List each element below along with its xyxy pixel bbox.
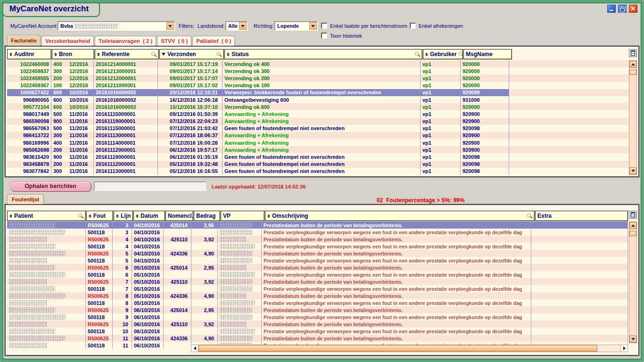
error-row[interactable]: R500625 8 05/10/2016 424336 4,90 Prestat…	[7, 292, 628, 299]
search-icon[interactable]	[527, 214, 532, 219]
column-header-lijn[interactable]: Lijn	[114, 211, 133, 221]
tab-item[interactable]: Facturatie	[7, 35, 41, 46]
column-header-bedrag[interactable]: Bedrag	[194, 211, 220, 221]
column-header-status[interactable]: Status	[224, 49, 422, 59]
message-row[interactable]: 983615420 90011/2016 20161119000001 06/1…	[7, 153, 629, 160]
column-header-nomencl[interactable]: Nomencl.	[165, 211, 193, 221]
tab-item[interactable]: Verzekerbaarheid	[41, 36, 94, 46]
checkbox-toon-historiek[interactable]	[321, 33, 327, 39]
scroll-down-button[interactable]	[629, 167, 636, 174]
cell-patient	[7, 292, 86, 299]
scroll-thumb[interactable]	[629, 70, 636, 75]
message-row[interactable]: 1022459555 20012/2016 20161212000001 09/…	[7, 74, 629, 82]
fetch-input[interactable]	[94, 181, 206, 191]
message-row[interactable]: 1022459837 30012/2016 20161213000001 09/…	[7, 67, 629, 74]
message-row[interactable]: 986567063 50011/2016 20161115000001 07/1…	[7, 125, 629, 132]
error-row[interactable]: R500625 6 05/10/2016 425014 2,95 Prestat…	[7, 264, 628, 271]
search-icon[interactable]	[216, 52, 222, 57]
column-header-fout[interactable]: Fout	[86, 211, 113, 221]
errors-horizontal-scrollbar[interactable]	[191, 345, 628, 352]
error-row[interactable]: 500118 7 05/10/2016 Prestatie verpleegku…	[7, 285, 628, 292]
column-header-gebruiker[interactable]: Gebruiker	[423, 49, 463, 59]
tab-item[interactable]: STVV ( 0 )	[157, 36, 191, 46]
error-row[interactable]: 500118 8 05/10/2016 Prestatie verpleegku…	[7, 299, 628, 306]
column-header-referentie[interactable]: Referentie	[95, 49, 159, 59]
message-row[interactable]: 986413722 30011/2016 20161113000001 07/1…	[7, 132, 629, 139]
cell-datum: 06/10/2016	[132, 328, 164, 335]
column-header-verzonden[interactable]: Verzonden	[159, 49, 224, 59]
landsbond-dropdown[interactable]: Alle	[225, 21, 248, 31]
column-header-bron[interactable]: Bron	[52, 49, 94, 59]
cell-bron: 20011/2016	[51, 146, 94, 153]
error-row[interactable]: 500118 5 04/10/2016 Prestatie verpleegku…	[7, 257, 628, 264]
chevron-down-icon[interactable]	[166, 22, 174, 30]
column-header-vp[interactable]: VP	[221, 211, 264, 221]
error-row[interactable]: R500625 7 05/10/2016 425110 3,92 Prestat…	[7, 278, 628, 285]
column-header-datum[interactable]: Datum	[133, 211, 165, 221]
search-icon[interactable]	[151, 52, 157, 57]
error-row[interactable]: R500625 3 04/10/2016 425014 2,95 Prestat…	[7, 222, 628, 229]
message-row[interactable]: 988017449 50011/2016 20161115000001 09/1…	[7, 110, 629, 117]
message-row[interactable]: 983077842 30011/2016 20161113000001 05/1…	[7, 168, 629, 175]
scroll-down-button[interactable]	[629, 336, 636, 343]
error-row[interactable]: R500625 5 04/10/2016 424336 4,90 Prestat…	[7, 250, 628, 257]
search-icon[interactable]	[459, 52, 463, 57]
error-row[interactable]: 500118 4 04/10/2016 Prestatie verpleegku…	[7, 243, 628, 250]
checkbox-enkel-afrekeningen[interactable]	[410, 23, 416, 29]
error-row[interactable]: R500625 11 06/10/2016 424336 4,90 Presta…	[7, 335, 628, 342]
scroll-thumb[interactable]	[198, 345, 597, 352]
cell-nomencl: 424336	[164, 292, 191, 299]
message-row[interactable]: 986169996 40011/2016 20161114000001 07/1…	[7, 139, 629, 146]
message-row[interactable]: 1022459367 10012/2016 20161211000001 09/…	[7, 82, 629, 89]
checkbox-enkel-laatste[interactable]	[321, 23, 327, 29]
message-row[interactable]: 983458878 20011/2016 20161112000001 05/1…	[7, 161, 629, 168]
error-row[interactable]: 500118 3 04/10/2016 Prestatie verpleegku…	[7, 229, 628, 236]
sort-icon	[54, 53, 57, 56]
close-button[interactable]: ✕	[629, 5, 637, 13]
column-header-msgname[interactable]: MsgName	[463, 49, 512, 59]
tab-foutenlijst[interactable]: Foutenlijst	[7, 194, 44, 204]
chevron-down-icon[interactable]	[309, 22, 317, 30]
richting-dropdown[interactable]: Lopende	[274, 21, 318, 31]
message-row[interactable]: 1000627422 60010/2016 20161016000002 20/…	[7, 89, 629, 96]
column-header-auditnr[interactable]: Auditnr	[7, 49, 51, 59]
chevron-down-icon[interactable]	[239, 22, 247, 30]
fetch-messages-button[interactable]: Ophalen berichten	[10, 181, 91, 191]
restore-button[interactable]	[618, 5, 627, 13]
cell-omschrijving: Prestatiedatum buiten de periode van bet…	[262, 292, 531, 299]
redacted-text	[220, 329, 255, 334]
error-row[interactable]: R500625 10 06/10/2016 425110 3,92 Presta…	[7, 321, 628, 328]
grid-options-icon[interactable]	[629, 49, 637, 57]
error-row[interactable]: R500625 4 04/10/2016 425110 3,92 Prestat…	[7, 236, 628, 243]
cell-omschrijving: Prestatie verpleegkundige verworpen wege…	[262, 257, 531, 264]
search-icon[interactable]	[78, 214, 83, 219]
error-row[interactable]: 500118 6 05/10/2016 Prestatie verpleegku…	[7, 271, 628, 278]
column-header-patient[interactable]: Patient	[7, 211, 86, 221]
message-row[interactable]: 996890055 60010/2016 20161016000002 16/1…	[7, 96, 629, 103]
message-row[interactable]: 995772104 60010/2016 20161016000002 15/1…	[7, 103, 629, 110]
tab-item[interactable]: Palliatief ( 0 )	[192, 36, 235, 46]
messages-vertical-scrollbar[interactable]	[629, 60, 637, 175]
scroll-up-button[interactable]	[629, 61, 636, 68]
grid-options-icon[interactable]	[629, 211, 637, 219]
scroll-thumb[interactable]	[629, 231, 636, 236]
errors-vertical-scrollbar[interactable]	[629, 222, 637, 343]
search-icon[interactable]	[415, 52, 420, 57]
scroll-left-button[interactable]	[191, 345, 198, 352]
scroll-up-button[interactable]	[629, 222, 636, 229]
scroll-track[interactable]	[597, 345, 620, 352]
message-row[interactable]: 986590098 90011/2016 20161119000001 07/1…	[7, 118, 629, 125]
error-row[interactable]: R500625 9 06/10/2016 425014 2,95 Prestat…	[7, 306, 628, 313]
scroll-right-button[interactable]	[620, 345, 627, 352]
account-dropdown[interactable]: Bvba	[58, 21, 175, 31]
message-row[interactable]: 1022460008 40012/2016 20161214000001 09/…	[7, 60, 629, 67]
error-row[interactable]: 500118 10 06/10/2016 Prestatie verpleegk…	[7, 328, 628, 335]
minimize-button[interactable]	[607, 5, 616, 13]
message-row[interactable]: 985062698 20011/2016 20161112000001 06/1…	[7, 146, 629, 153]
tab-item[interactable]: Toiletaanvragen ( 2 )	[95, 36, 156, 46]
cell-datum: 06/10/2016	[132, 306, 164, 313]
column-header-extra[interactable]: Extra	[535, 211, 628, 221]
error-row[interactable]: 500118 9 06/10/2016 Prestatie verpleegku…	[7, 313, 628, 321]
column-header-omschrijving[interactable]: Omschrijving	[265, 211, 535, 221]
cell-bron: 10012/2016	[51, 82, 94, 89]
